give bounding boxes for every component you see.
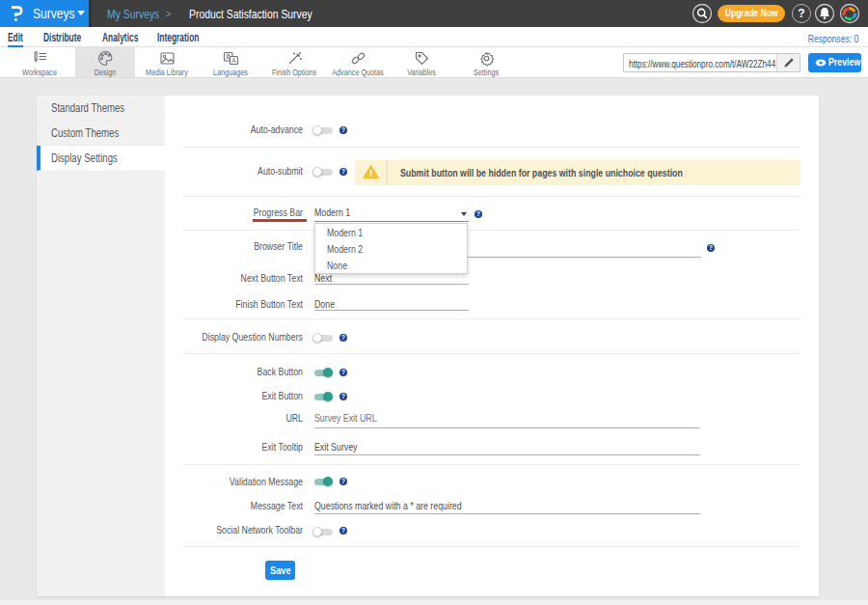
svg-text:A: A — [231, 57, 236, 64]
